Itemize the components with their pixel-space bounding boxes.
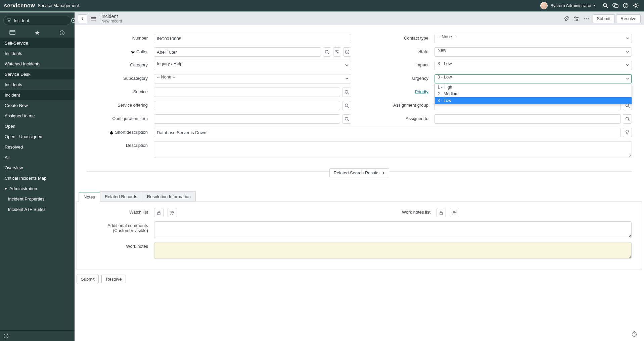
watch-add-me-button[interactable]	[168, 208, 177, 217]
label-category: Category	[87, 61, 154, 67]
nav-item-open[interactable]: Open	[0, 121, 75, 131]
impact-select[interactable]: 3 - Low	[434, 61, 632, 70]
tabs-bar: Notes Related Records Resolution Informa…	[77, 191, 642, 202]
personalize-form-button[interactable]	[571, 14, 581, 23]
tab-related-records[interactable]: Related Records	[100, 191, 142, 202]
user-menu-caret[interactable]	[593, 5, 596, 7]
label-priority[interactable]: Priority	[367, 88, 434, 94]
nav-item-incident-atf[interactable]: Incident ATF Suites	[0, 204, 75, 215]
header-resolve-button[interactable]: Resolve	[616, 14, 641, 23]
nav-item-incident-properties[interactable]: Incident Properties	[0, 194, 75, 204]
number-field[interactable]	[154, 34, 351, 43]
related-search-label: Related Search Results	[334, 170, 380, 175]
add-user-icon	[452, 211, 457, 215]
service-offering-lookup-button[interactable]	[342, 101, 351, 110]
state-select[interactable]: New	[434, 47, 632, 57]
nav-item-assigned-to-me[interactable]: Assigned to me	[0, 111, 75, 121]
search-icon	[603, 3, 608, 8]
menu-icon	[90, 16, 96, 21]
ci-field[interactable]	[154, 114, 340, 124]
nav-item-watched-incidents[interactable]: Watched Incidents	[0, 59, 75, 69]
caller-info-button[interactable]	[343, 47, 351, 57]
subcategory-select[interactable]: -- None --	[154, 74, 351, 83]
service-lookup-button[interactable]	[342, 88, 351, 97]
service-field[interactable]	[154, 88, 340, 97]
nav-item-all[interactable]: All	[0, 152, 75, 163]
svg-text:?: ?	[625, 4, 627, 7]
caller-field[interactable]	[154, 47, 321, 57]
nav-filter[interactable]	[3, 16, 71, 25]
form-subtitle: New record	[101, 19, 122, 24]
user-name[interactable]: System Administrator	[550, 3, 592, 8]
label-contact-type: Contact type	[367, 34, 434, 41]
additional-comments-field[interactable]	[154, 221, 632, 238]
form-menu-button[interactable]	[89, 14, 98, 23]
help-button[interactable]: ?	[620, 1, 631, 11]
service-offering-field[interactable]	[154, 101, 340, 110]
svg-point-0	[603, 3, 606, 7]
nav-item-create-new[interactable]: Create New	[0, 100, 75, 111]
svg-line-47	[348, 107, 349, 108]
short-description-field[interactable]	[154, 128, 621, 137]
assigned-to-lookup-button[interactable]	[623, 114, 632, 124]
nav-tab-favorites[interactable]	[31, 30, 44, 36]
contact-type-select[interactable]: -- None --	[434, 34, 632, 43]
resolve-button[interactable]: Resolve	[101, 275, 126, 283]
nav-section-self-service[interactable]: Self-Service	[0, 38, 75, 48]
svg-line-1	[606, 6, 608, 8]
nav-collapse[interactable]	[0, 330, 75, 341]
nav-section-incident[interactable]: Incident	[0, 90, 75, 100]
help-icon: ?	[623, 3, 629, 8]
chat-button[interactable]	[610, 1, 620, 11]
nav-tab-history[interactable]	[55, 30, 69, 36]
label-number: Number	[87, 34, 154, 41]
nav-item-incidents[interactable]: Incidents	[0, 48, 75, 59]
related-search-toggle[interactable]: Related Search Results	[329, 168, 389, 177]
watch-lock-button[interactable]	[154, 208, 164, 217]
settings-button[interactable]	[631, 1, 641, 11]
svg-line-51	[628, 107, 630, 108]
urgency-select[interactable]: 3 - Low	[434, 74, 632, 83]
response-time-button[interactable]	[631, 331, 637, 337]
ci-lookup-button[interactable]	[342, 114, 351, 124]
collapse-icon	[3, 333, 9, 339]
work-notes-field[interactable]	[154, 242, 632, 259]
svg-point-23	[4, 334, 8, 338]
brand-logo: servicenow	[4, 3, 35, 9]
global-search-button[interactable]	[600, 1, 610, 11]
tab-resolution-info[interactable]: Resolution Information	[142, 191, 196, 202]
nav-section-administration[interactable]: ▾Administration	[0, 183, 75, 194]
more-options-button[interactable]	[581, 14, 591, 23]
back-button[interactable]	[78, 14, 87, 23]
category-select[interactable]: Inquiry / Help	[154, 61, 351, 70]
suggestion-button[interactable]	[623, 128, 632, 137]
caller-lookup-button[interactable]	[323, 47, 331, 57]
attachments-button[interactable]	[561, 14, 571, 23]
nav-item-open-unassigned[interactable]: Open - Unassigned	[0, 131, 75, 142]
svg-line-22	[62, 33, 63, 34]
urgency-option-high[interactable]: 1 - High	[435, 84, 632, 91]
header-submit-button[interactable]: Submit	[593, 14, 615, 23]
nav-item-overview[interactable]: Overview	[0, 163, 75, 173]
nav-section-service-desk[interactable]: Service Desk	[0, 69, 75, 79]
nav-item-resolved[interactable]: Resolved	[0, 142, 75, 152]
description-field[interactable]	[154, 141, 632, 158]
nav-tab-all[interactable]	[6, 30, 19, 36]
caller-preview-button[interactable]	[333, 47, 341, 57]
nav-filter-input[interactable]	[13, 18, 71, 23]
tab-notes[interactable]: Notes	[79, 192, 100, 202]
svg-rect-55	[157, 212, 160, 215]
worknotes-lock-button[interactable]	[436, 208, 446, 217]
urgency-option-medium[interactable]: 2 - Medium	[435, 91, 632, 97]
submit-button[interactable]: Submit	[77, 275, 99, 283]
label-service-offering: Service offering	[87, 101, 154, 108]
nav-item-sd-incidents[interactable]: Incidents	[0, 79, 75, 90]
svg-point-34	[325, 50, 328, 53]
avatar[interactable]	[540, 2, 548, 9]
svg-point-29	[574, 17, 576, 18]
svg-rect-18	[10, 31, 15, 35]
worknotes-add-me-button[interactable]	[450, 208, 459, 217]
assigned-to-field[interactable]	[434, 114, 621, 124]
urgency-option-low[interactable]: 3 - Low	[435, 97, 632, 104]
nav-item-critical-map[interactable]: Critical Incidents Map	[0, 173, 75, 183]
